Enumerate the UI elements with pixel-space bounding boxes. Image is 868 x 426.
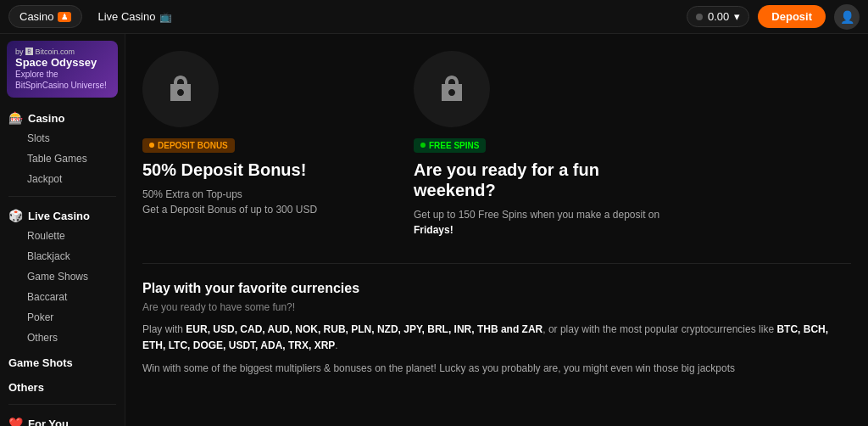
balance-dot: [696, 14, 703, 20]
for-you-icon: ❤️: [8, 417, 23, 426]
game-shots-label: Game Shots: [8, 356, 73, 369]
promo-title: Space Odyssey: [15, 56, 109, 69]
user-avatar[interactable]: 👤: [834, 4, 860, 30]
casino-tab-badge: ♟: [58, 12, 71, 22]
casino-section-header: 🎰 Casino: [8, 111, 116, 125]
casino-section-label: Casino: [28, 112, 64, 125]
casino-tab-label: Casino: [19, 10, 53, 23]
currencies-subtitle: Are you ready to have some fun?!: [142, 301, 851, 313]
balance-amount: 0.00: [708, 10, 729, 23]
free-spins-title: Are you ready for a fun weekend?: [414, 160, 668, 200]
divider-2: [8, 404, 116, 405]
currencies-desc2: Win with some of the biggest multipliers…: [142, 361, 851, 377]
live-casino-tab-label: Live Casino: [97, 10, 155, 23]
deposit-bonus-icon-circle: [142, 51, 219, 127]
balance-pill[interactable]: 0.00 ▾: [687, 6, 749, 27]
game-shots-section: Game Shots: [0, 350, 125, 374]
free-spins-badge: FREE SPINS: [414, 138, 486, 153]
live-casino-tab-icon: 📺: [159, 11, 172, 23]
sidebar-item-jackpot[interactable]: Jackpot: [8, 169, 116, 189]
live-casino-section: 🎲 Live Casino Roulette Blackjack Game Sh…: [0, 202, 125, 350]
main-layout: by 🅱 Bitcoin.com Space Odyssey Explore t…: [0, 34, 868, 426]
sidebar-item-slots[interactable]: Slots: [8, 128, 116, 149]
live-casino-section-icon: 🎲: [8, 209, 23, 222]
sidebar: by 🅱 Bitcoin.com Space Odyssey Explore t…: [0, 34, 125, 426]
top-nav: Casino ♟ Live Casino 📺 0.00 ▾ Deposit 👤: [0, 0, 868, 34]
casino-section-icon: 🎰: [8, 111, 23, 125]
sidebar-item-table-games[interactable]: Table Games: [8, 149, 116, 169]
currencies-title: Play with your favorite currencies: [142, 281, 851, 296]
deposit-bonus-title: 50% Deposit Bonus!: [142, 160, 397, 180]
for-you-section: ❤️ For You Promotions VIP: [0, 410, 125, 426]
others-section: Others: [0, 374, 125, 399]
sidebar-item-baccarat[interactable]: Baccarat: [8, 287, 116, 307]
casino-section: 🎰 Casino Slots Table Games Jackpot: [0, 104, 125, 191]
deposit-bonus-badge: DEPOSIT BONUS: [142, 138, 235, 153]
deposit-button[interactable]: Deposit: [758, 5, 826, 28]
promo-by: by 🅱 Bitcoin.com: [15, 48, 109, 56]
casino-tab[interactable]: Casino ♟: [8, 5, 82, 28]
others-header: Others: [8, 381, 116, 394]
balance-dropdown-icon: ▾: [734, 10, 740, 23]
live-casino-section-header: 🎲 Live Casino: [8, 209, 116, 222]
currencies-section: Play with your favorite currencies Are y…: [142, 263, 851, 378]
live-casino-section-label: Live Casino: [28, 210, 90, 222]
for-you-section-header: ❤️ For You: [8, 417, 116, 426]
game-shots-header: Game Shots: [8, 356, 116, 369]
promo-sub: Explore the BitSpinCasino Universe!: [15, 69, 109, 91]
divider-1: [8, 196, 116, 197]
deposit-bonus-card: DEPOSIT BONUS 50% Deposit Bonus! 50% Ext…: [142, 51, 397, 238]
nav-tabs: Casino ♟ Live Casino 📺: [8, 5, 182, 28]
currencies-desc: Play with EUR, USD, CAD, AUD, NOK, RUB, …: [142, 322, 851, 354]
nav-right: 0.00 ▾ Deposit 👤: [687, 4, 860, 30]
for-you-label: For You: [28, 418, 69, 427]
free-spins-desc: Get up to 150 Free Spins when you make a…: [414, 207, 668, 238]
sidebar-item-others[interactable]: Others: [8, 328, 116, 348]
deposit-bonus-desc: 50% Extra on Top-ups Get a Deposit Bonus…: [142, 187, 397, 217]
others-label: Others: [8, 381, 44, 394]
deposit-badge-dot: [149, 143, 154, 148]
freespins-badge-dot: [420, 143, 426, 148]
promo-banner[interactable]: by 🅱 Bitcoin.com Space Odyssey Explore t…: [7, 41, 118, 98]
free-spins-card: FREE SPINS Are you ready for a fun weeke…: [414, 51, 668, 238]
bonus-cards: DEPOSIT BONUS 50% Deposit Bonus! 50% Ext…: [142, 51, 851, 238]
sidebar-item-roulette[interactable]: Roulette: [8, 226, 116, 246]
sidebar-item-game-shows[interactable]: Game Shows: [8, 266, 116, 287]
sidebar-item-poker[interactable]: Poker: [8, 307, 116, 328]
free-spins-icon-circle: [414, 51, 490, 127]
sidebar-item-blackjack[interactable]: Blackjack: [8, 246, 116, 266]
deposit-badge-label: DEPOSIT BONUS: [158, 141, 228, 150]
freespins-badge-label: FREE SPINS: [429, 141, 479, 150]
main-content: DEPOSIT BONUS 50% Deposit Bonus! 50% Ext…: [125, 34, 868, 426]
live-casino-tab[interactable]: Live Casino 📺: [87, 5, 182, 28]
